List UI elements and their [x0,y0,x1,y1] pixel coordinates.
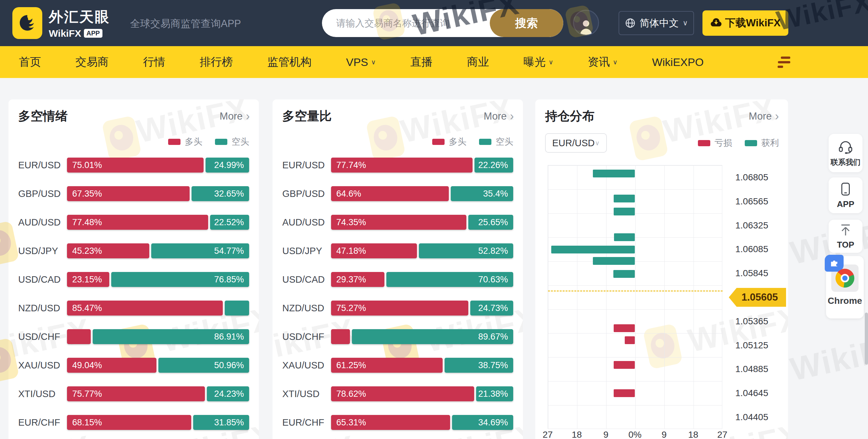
main-nav: 首页 ∨ 交易商 ∨ 行情 ∨ 排行榜 ∨ 监管机构 ∨ VPS ∨ 直播 ∨ … [0,46,868,78]
short-value: 31.85% [214,417,244,428]
search-button[interactable]: 搜索 [490,9,563,37]
download-wikifx-button[interactable]: 下载WikiFX [703,10,788,36]
nav-item[interactable]: 交易商 ∨ [75,55,108,70]
long-value: 64.6% [336,189,361,199]
instrument-value: EUR/USD [552,138,595,148]
page-scrollbar[interactable] [865,313,868,365]
nav-item[interactable]: 商业 ∨ [467,55,489,70]
more-link[interactable]: More › [749,109,779,123]
pair-label: AUD/USD [18,217,67,228]
price-label: 1.06085 [735,244,788,255]
long-bar: 74.35% [331,215,466,230]
nav-item[interactable]: 曝光 ∨ [524,55,554,70]
top-label: TOP [837,240,854,250]
x-axis-label: 27 [542,430,553,439]
nav-item[interactable]: 直播 ∨ [410,55,433,70]
nav-item[interactable]: VPS ∨ [346,56,376,69]
site-logo[interactable]: 外汇天眼 WikiFX APP [12,7,110,39]
long-bar [331,329,350,344]
back-to-top-button[interactable]: TOP [829,220,863,253]
price-label: 1.06805 [735,172,788,182]
ratio-track: 67.35% 32.65% [67,186,249,201]
short-value: 21.38% [478,389,508,399]
long-swatch [432,139,444,145]
position-bar-profit [593,170,635,177]
ratio-track: 86.91% [67,329,249,344]
short-value: 24.23% [214,389,244,399]
short-value: 86.91% [214,332,244,342]
panel-title: 持仓分布 [545,108,594,125]
nav-item-label: WikiEXPO [652,56,704,69]
legend: 多头 空头 [168,136,249,147]
logo-en-text: WikiFX [49,28,81,39]
price-label: 1.05125 [735,340,788,350]
more-label: More [484,110,507,122]
position-bar-loss [614,324,635,332]
nav-item[interactable]: 监管机构 ∨ [267,55,312,70]
chrome-extension-card[interactable]: Chrome [826,256,864,318]
long-bar: 47.18% [331,243,417,258]
pair-label: USD/CHF [282,332,331,342]
short-value: 22.26% [478,160,508,170]
short-swatch [215,139,227,145]
ratio-track: 47.18% 52.82% [331,243,513,258]
long-value: 77.74% [336,160,366,170]
ratio-track: 78.62% 21.38% [331,386,513,401]
positions-panel: WikiFX WikiFX WikiFX 持仓分布 More › EUR/USD… [535,99,788,439]
short-value: 35.4% [483,189,508,199]
ratio-track: 45.23% 54.77% [67,243,249,258]
short-bar: 24.99% [206,158,249,173]
nav-item-label: 资讯 [588,55,610,70]
short-value: 54.77% [214,246,244,256]
pair-row: USD/CAD 23.15% 76.85% [8,265,259,294]
price-label: 1.04405 [735,412,788,423]
pair-row: GBP/USD 67.35% 32.65% [8,179,259,208]
long-value: 85.47% [72,303,102,313]
short-value: 24.73% [478,303,508,313]
nav-menu-icon[interactable] [777,57,790,68]
long-value: 74.35% [336,217,366,228]
nav-item-label: 商业 [467,55,489,70]
contact-us-button[interactable]: 联系我们 [829,134,863,172]
long-value: 67.35% [72,189,102,199]
pair-row: NZD/USD 75.27% 24.73% [273,294,523,322]
ratio-track: 85.47% [67,301,249,315]
contact-us-label: 联系我们 [831,157,861,167]
pair-label: USD/JPY [18,246,67,257]
position-bar-profit [551,246,635,254]
user-avatar[interactable] [573,10,599,36]
more-link[interactable]: More › [219,109,250,123]
more-link[interactable]: More › [484,109,514,123]
globe-icon [625,18,636,29]
long-value: 77.48% [72,217,102,228]
nav-item-label: 排行榜 [200,55,233,70]
pair-label: GBP/USD [18,189,67,199]
legend-short-label: 空头 [496,136,513,147]
short-value: 22.52% [214,217,244,228]
chevron-right-icon: › [775,109,779,123]
short-bar: 86.91% [93,329,249,344]
price-label: 1.04885 [735,364,788,374]
instrument-selector[interactable]: EUR/USD ∨ [545,133,607,153]
nav-item[interactable]: 排行榜 ∨ [200,55,233,70]
user-icon [578,18,594,35]
positions-chart-plot: 1.068051.065651.063251.060851.058451.056… [548,165,722,429]
nav-item-label: VPS [346,56,368,69]
language-selector[interactable]: 简体中文 ∨ [619,11,694,35]
short-bar: 22.26% [474,158,513,173]
nav-item[interactable]: 资讯 ∨ [588,55,618,70]
pair-row: EUR/CHF 65.31% 34.69% [273,408,523,437]
search-input[interactable] [322,18,490,29]
long-bar: 75.77% [67,386,205,401]
nav-item[interactable]: 首页 ∨ [19,55,41,70]
nav-item[interactable]: WikiEXPO ∨ [652,56,704,69]
chevron-down-icon: ∨ [371,58,376,66]
long-bar: 65.31% [331,415,450,430]
logo-cn: 外汇天眼 [49,7,110,27]
short-bar: 76.85% [111,272,249,287]
app-button[interactable]: APP [829,177,863,213]
pair-label: AUD/USD [282,217,331,228]
nav-item[interactable]: 行情 ∨ [143,55,165,70]
pair-row: EUR/USD 77.74% 22.26% [273,151,523,179]
download-icon [710,17,722,29]
